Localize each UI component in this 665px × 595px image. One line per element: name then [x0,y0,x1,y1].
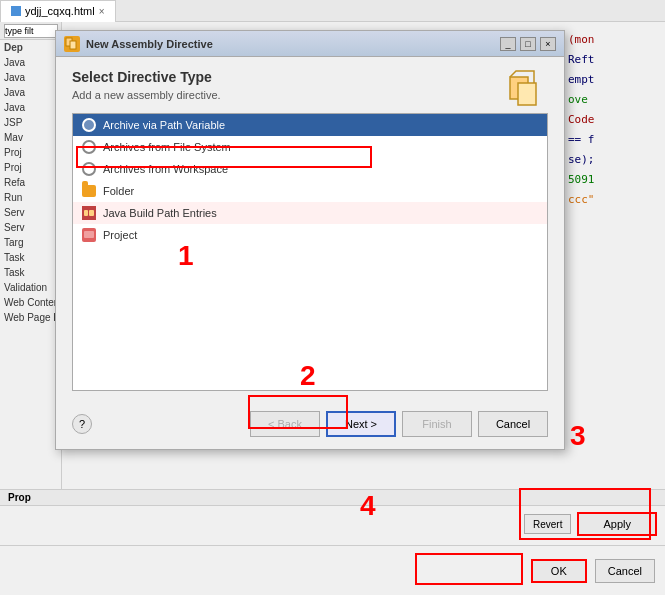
dialog-subtitle: Add a new assembly directive. [72,89,548,101]
new-assembly-directive-dialog: New Assembly Directive _ □ × Select Dire… [55,30,565,450]
sidebar-item-targ[interactable]: Targ [0,235,61,250]
code-line-9: ccc" [568,190,643,210]
dialog-close-btn[interactable]: × [540,37,556,51]
code-area-visible: (mon Reft empt ove Code == f se); 5091 c… [568,30,643,210]
apply-button[interactable]: Apply [577,512,657,536]
sidebar-item-java3[interactable]: Java [0,85,61,100]
cancel-button[interactable]: Cancel [478,411,548,437]
revert-button[interactable]: Revert [524,514,571,534]
directive-item-archive-path[interactable]: Archive via Path Variable [73,114,547,136]
sidebar-item-proj1[interactable]: Proj [0,145,61,160]
next-button[interactable]: Next > [326,411,396,437]
archive-path-icon [81,117,97,133]
properties-panel-header: Prop [0,490,665,506]
code-line-4: ove [568,90,643,110]
annotation-3: 3 [570,420,586,452]
sidebar-item-web-content[interactable]: Web Content Settings [0,295,61,310]
directive-item-label: Archive via Path Variable [103,119,225,131]
sidebar-item-proj2[interactable]: Proj [0,160,61,175]
directive-item-label: Archives from File System [103,141,231,153]
svg-rect-6 [89,210,94,216]
dialog-app-icon [64,36,80,52]
directive-item-label: Folder [103,185,134,197]
directive-list: Archive via Path Variable Archives from … [72,113,548,391]
dialog-large-icon [508,69,550,114]
project-icon [81,227,97,243]
sidebar-item-java1[interactable]: Java [0,55,61,70]
directive-item-project[interactable]: Project [73,224,547,246]
sidebar-item-jsp[interactable]: JSP [0,115,61,130]
ok-cancel-bar: OK Cancel [0,545,665,595]
directive-item-java-build[interactable]: Java Build Path Entries [73,202,547,224]
tab-icon [11,6,21,16]
dialog-help-btn[interactable]: ? [72,414,92,434]
sidebar-item-task1[interactable]: Task [0,250,61,265]
code-line-6: == f [568,130,643,150]
directive-item-folder[interactable]: Folder [73,180,547,202]
sidebar-item-mav[interactable]: Mav [0,130,61,145]
directive-item-archive-fs[interactable]: Archives from File System [73,136,547,158]
sidebar-item-refa[interactable]: Refa [0,175,61,190]
dialog-footer: ? < Back Next > Finish Cancel [72,403,548,437]
svg-rect-3 [518,83,536,105]
dialog-section-title: Select Directive Type [72,69,548,85]
sidebar-item-validation[interactable]: Validation [0,280,61,295]
folder-icon [81,183,97,199]
directive-item-label: Archives from Workspace [103,163,228,175]
java-build-icon [81,205,97,221]
finish-button[interactable]: Finish [402,411,472,437]
archive-ws-icon [81,161,97,177]
tab-close-btn[interactable]: × [99,6,105,17]
directive-item-label: Java Build Path Entries [103,207,217,219]
dialog-nav-buttons: < Back Next > Finish Cancel [250,411,548,437]
dialog-title: New Assembly Directive [86,38,213,50]
panel-type-filter [0,22,61,40]
ok-button[interactable]: OK [531,559,587,583]
code-line-2: Reft [568,50,643,70]
type-filter-input[interactable] [4,24,58,38]
code-line-8: 5091 [568,170,643,190]
sidebar-item-serv2[interactable]: Serv [0,220,61,235]
directive-item-archive-ws[interactable]: Archives from Workspace [73,158,547,180]
tab-filename: ydjj_cqxq.html [25,5,95,17]
sidebar-item-web-page[interactable]: Web Page Editor [0,310,61,325]
code-line-7: se); [568,150,643,170]
svg-rect-5 [84,210,88,216]
dialog-titlebar: New Assembly Directive _ □ × [56,31,564,57]
dialog-maximize-btn[interactable]: □ [520,37,536,51]
dialog-titlebar-left: New Assembly Directive [64,36,213,52]
code-line-5: Code [568,110,643,130]
svg-rect-1 [70,41,76,49]
code-line-3: empt [568,70,643,90]
dialog-body: Select Directive Type Add a new assembly… [56,57,564,449]
editor-tab[interactable]: ydjj_cqxq.html × [0,0,116,22]
dep-section: Dep [0,40,61,55]
tab-bar: ydjj_cqxq.html × [0,0,665,22]
sidebar-item-java2[interactable]: Java [0,70,61,85]
svg-rect-8 [84,231,94,238]
dialog-window-controls: _ □ × [500,37,556,51]
properties-header-label: Prop [8,492,31,503]
sidebar-item-task2[interactable]: Task [0,265,61,280]
archive-fs-icon [81,139,97,155]
directive-item-label: Project [103,229,137,241]
sidebar-item-java4[interactable]: Java [0,100,61,115]
back-button[interactable]: < Back [250,411,320,437]
sidebar-item-serv1[interactable]: Serv [0,205,61,220]
properties-panel: Prop Revert Apply [0,489,665,545]
dialog-minimize-btn[interactable]: _ [500,37,516,51]
code-line-1: (mon [568,30,643,50]
main-cancel-button[interactable]: Cancel [595,559,655,583]
properties-toolbar: Revert Apply [0,506,665,542]
sidebar-item-run[interactable]: Run [0,190,61,205]
